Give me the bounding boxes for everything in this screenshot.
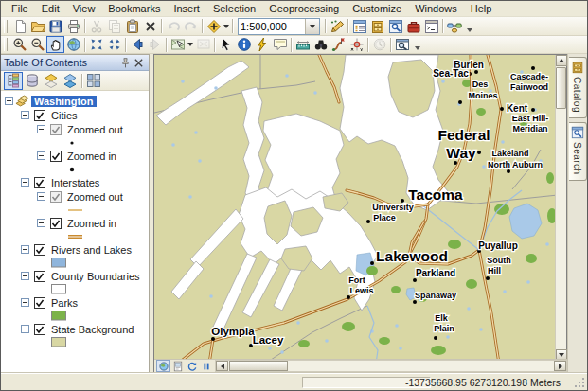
collapse-icon[interactable] — [21, 178, 31, 187]
dock-tab-catalog[interactable]: Catalog — [569, 57, 587, 118]
menu-customize[interactable]: Customize — [346, 2, 408, 15]
toc-layer-state-background[interactable]: State Background — [1, 322, 149, 336]
toc-layer-county-boundaries[interactable]: County Boundaries — [1, 269, 149, 283]
toc-layer-washington[interactable]: Washington — [1, 94, 149, 108]
zoom-out-button[interactable] — [28, 36, 46, 53]
map-scale-combo[interactable] — [238, 18, 320, 35]
identify-button[interactable] — [235, 36, 253, 53]
measure-button[interactable] — [294, 36, 312, 53]
toc-layer-rivers-and-lakes[interactable]: Rivers and Lakes — [1, 242, 149, 257]
collapse-icon[interactable] — [37, 125, 47, 133]
collapse-icon[interactable] — [37, 192, 47, 201]
new-document-button[interactable] — [10, 18, 28, 35]
layer-visibility-checkbox[interactable] — [34, 324, 46, 335]
arctoolbox-button[interactable] — [404, 18, 422, 35]
layer-label[interactable]: Zoomed in — [64, 151, 119, 162]
scroll-left-button[interactable] — [216, 361, 228, 371]
map-vertical-scrollbar[interactable] — [555, 55, 566, 361]
delete-button[interactable] — [141, 18, 159, 35]
list-by-drawing-order-button[interactable] — [4, 72, 23, 90]
vertical-scroll-thumb[interactable] — [556, 67, 566, 109]
layer-label[interactable]: County Boundaries — [48, 271, 143, 282]
layer-label[interactable]: Parks — [48, 297, 80, 309]
hyperlink-button[interactable] — [253, 36, 271, 53]
scroll-right-button[interactable] — [554, 361, 566, 371]
layer-label[interactable]: Washington — [31, 96, 97, 107]
collapse-icon[interactable] — [21, 298, 31, 307]
toolbar-overflow-button[interactable] — [464, 19, 474, 34]
menu-file[interactable]: File — [5, 2, 35, 15]
dock-tab-search[interactable]: Search — [569, 122, 587, 181]
modelbuilder-button[interactable] — [445, 18, 463, 35]
collapse-icon[interactable] — [5, 97, 15, 105]
layout-view-button[interactable] — [170, 360, 185, 372]
search-window-button[interactable] — [386, 18, 404, 35]
toc-options-button[interactable] — [84, 72, 103, 90]
map-scale-combo-dropdown[interactable] — [305, 19, 319, 34]
layer-label[interactable]: Zoomed out — [64, 124, 126, 135]
list-by-source-button[interactable] — [23, 72, 42, 90]
menu-insert[interactable]: Insert — [167, 2, 206, 15]
collapse-icon[interactable] — [21, 325, 31, 333]
scroll-up-button[interactable] — [556, 55, 567, 66]
layer-label[interactable]: Interstates — [48, 177, 102, 188]
find-button[interactable] — [312, 36, 330, 53]
paste-button[interactable] — [123, 18, 141, 35]
select-features-button[interactable] — [169, 36, 194, 53]
layer-visibility-checkbox[interactable] — [34, 244, 46, 256]
toolbar-overflow-button[interactable] — [412, 37, 422, 52]
layer-label[interactable]: Cities — [48, 110, 80, 121]
toc-layer-interstates[interactable]: Interstates — [1, 175, 149, 189]
layer-symbol-patch[interactable] — [1, 283, 149, 295]
layer-visibility-checkbox[interactable] — [34, 110, 46, 121]
menu-geoprocessing[interactable]: Geoprocessing — [262, 2, 346, 15]
layer-symbol-patch[interactable] — [1, 310, 149, 322]
toc-layer-cities[interactable]: Cities — [1, 108, 149, 122]
viewer-window-button[interactable] — [393, 36, 411, 53]
collapse-icon[interactable] — [37, 151, 47, 160]
menu-windows[interactable]: Windows — [408, 2, 464, 15]
add-data-button[interactable] — [205, 18, 230, 35]
go-to-xy-button[interactable] — [347, 36, 365, 53]
open-folder-button[interactable] — [28, 18, 46, 35]
map-scale-combo-input[interactable] — [239, 20, 305, 33]
layer-symbol-dot[interactable] — [1, 136, 149, 149]
layer-symbol-line-double[interactable] — [1, 230, 149, 242]
layer-visibility-checkbox[interactable] — [34, 271, 46, 282]
fixed-zoom-in-button[interactable] — [87, 36, 105, 53]
menu-help[interactable]: Help — [464, 2, 499, 15]
toc-layer-zoomed-out[interactable]: Zoomed out — [1, 122, 149, 136]
collapse-icon[interactable] — [21, 272, 31, 280]
layer-visibility-checkbox[interactable] — [50, 151, 62, 162]
toc-layer-zoomed-out[interactable]: Zoomed out — [1, 189, 149, 204]
back-button[interactable] — [128, 36, 146, 53]
select-elements-button[interactable] — [217, 36, 235, 53]
pin-button[interactable] — [119, 56, 133, 69]
menu-selection[interactable]: Selection — [206, 2, 262, 15]
html-popup-button[interactable] — [271, 36, 289, 53]
collapse-icon[interactable] — [21, 245, 31, 254]
layer-label[interactable]: Zoomed in — [64, 218, 119, 229]
menu-bookmarks[interactable]: Bookmarks — [101, 2, 167, 15]
find-route-button[interactable] — [330, 36, 347, 53]
toc-layer-zoomed-in[interactable]: Zoomed in — [1, 149, 149, 163]
catalog-window-button[interactable] — [368, 18, 386, 35]
toc-layer-zoomed-in[interactable]: Zoomed in — [1, 216, 149, 230]
pan-button[interactable] — [46, 36, 64, 53]
layer-visibility-checkbox[interactable] — [34, 177, 46, 188]
editor-toolbar-button[interactable] — [328, 18, 346, 35]
toolbar-grip[interactable] — [4, 38, 8, 51]
map-view[interactable]: BurienSea-TacCascade-FairwoodDesMoinesKe… — [154, 55, 556, 361]
print-button[interactable] — [64, 18, 82, 35]
menu-view[interactable]: View — [66, 2, 102, 15]
map-horizontal-scrollbar[interactable] — [215, 360, 567, 372]
zoom-in-button[interactable] — [10, 36, 28, 53]
toolbar-grip[interactable] — [4, 20, 8, 33]
horizontal-scroll-thumb[interactable] — [229, 361, 288, 371]
collapse-icon[interactable] — [37, 219, 47, 227]
layer-visibility-checkbox[interactable] — [34, 297, 46, 309]
layer-visibility-checkbox[interactable] — [50, 124, 62, 135]
list-by-selection-button[interactable] — [61, 72, 80, 90]
full-extent-button[interactable] — [64, 36, 82, 53]
layer-label[interactable]: Rivers and Lakes — [48, 244, 134, 256]
